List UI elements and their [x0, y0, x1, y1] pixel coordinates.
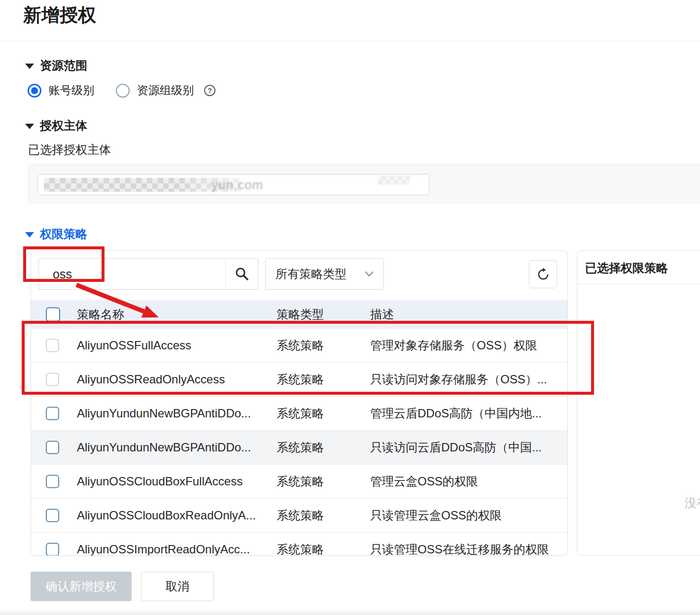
table-row[interactable]: AliyunOSSFullAccess 系统策略 管理对象存储服务（OSS）权限 — [31, 329, 567, 363]
title-divider — [0, 41, 700, 41]
policy-type-cell: 系统策略 — [277, 508, 324, 523]
policy-desc-cell: 管理对象存储服务（OSS）权限 — [370, 338, 537, 353]
policy-type-value: 所有策略类型 — [276, 266, 347, 282]
policy-type-cell: 系统策略 — [277, 474, 324, 489]
policy-type-cell: 系统策略 — [277, 406, 324, 421]
collapse-triangle-icon — [25, 124, 34, 129]
row-checkbox[interactable] — [46, 475, 59, 488]
table-row[interactable]: AliyunOSSCloudBoxReadOnlyA... 系统策略 只读管理云… — [31, 499, 567, 533]
collapse-triangle-icon — [25, 232, 34, 238]
policy-table-panel: 所有策略类型 策略名称 策略类型 描述 AliyunOSSFullAccess … — [31, 250, 568, 556]
policy-label: 权限策略 — [40, 226, 87, 242]
row-checkbox[interactable] — [46, 373, 59, 386]
policy-desc-cell: 只读访问云盾DDoS高防（中国... — [370, 440, 542, 455]
row-checkbox[interactable] — [46, 441, 59, 454]
policy-desc-cell: 管理云盒OSS的权限 — [370, 474, 478, 489]
policy-rows: AliyunOSSFullAccess 系统策略 管理对象存储服务（OSS）权限… — [31, 329, 567, 556]
policy-type-cell: 系统策略 — [277, 338, 324, 353]
refresh-button[interactable] — [529, 260, 557, 288]
selected-policies-title: 已选择权限策略 — [585, 260, 668, 276]
policy-name-cell: AliyunYundunNewBGPAntiDDo... — [77, 407, 251, 420]
table-header: 策略名称 策略类型 描述 — [31, 300, 567, 329]
radio-selected-icon[interactable] — [28, 84, 41, 98]
refresh-icon — [536, 267, 551, 282]
principal-label: 授权主体 — [40, 118, 87, 134]
redacted-principal-mosaic-small — [378, 176, 410, 185]
table-row[interactable]: AliyunOSSImportReadOnlyAcc... 系统策略 只读管理O… — [31, 533, 567, 556]
policy-name-cell: AliyunOSSCloudBoxReadOnlyA... — [77, 509, 256, 522]
selected-policies-empty-text: 没有数据 — [685, 495, 700, 511]
add-authorization-dialog: 新增授权 资源范围 账号级别 资源组级别 ? 授权主体 已选择授权主体 yun.… — [0, 0, 700, 615]
select-all-checkbox[interactable] — [46, 307, 60, 321]
principal-value-field[interactable]: yun.com — [37, 174, 429, 195]
policy-section-header[interactable]: 权限策略 — [25, 226, 87, 242]
page-title: 新增授权 — [23, 3, 96, 28]
selected-policies-panel: 已选择权限策略 没有数据 — [577, 250, 700, 556]
table-row[interactable]: AliyunYundunNewBGPAntiDDo... 系统策略 只读访问云盾… — [31, 431, 567, 465]
policy-search-input[interactable] — [39, 259, 225, 289]
footer-shadow — [0, 608, 700, 615]
row-checkbox[interactable] — [46, 339, 59, 352]
policy-desc-cell: 只读管理OSS在线迁移服务的权限 — [370, 542, 549, 556]
radio-account-level-label: 账号级别 — [49, 83, 94, 98]
redacted-principal-remnant: yun.com — [211, 177, 263, 193]
chevron-down-icon — [363, 268, 375, 280]
policy-search — [38, 258, 258, 290]
header-policy-name: 策略名称 — [77, 307, 124, 322]
selected-principal-container: yun.com — [28, 164, 700, 204]
row-checkbox[interactable] — [46, 407, 59, 420]
policy-name-cell: AliyunOSSFullAccess — [77, 339, 191, 352]
table-row[interactable]: AliyunOSSReadOnlyAccess 系统策略 只读访问对象存储服务（… — [31, 363, 567, 397]
collapse-triangle-icon — [25, 64, 34, 69]
principal-section-header[interactable]: 授权主体 — [25, 118, 87, 134]
search-button[interactable] — [225, 259, 258, 289]
policy-desc-cell: 管理云盾DDoS高防（中国内地... — [370, 406, 542, 421]
policy-name-cell: AliyunOSSImportReadOnlyAcc... — [77, 543, 250, 556]
radio-resource-group-level[interactable]: 资源组级别 ? — [116, 83, 215, 98]
selected-policies-divider — [577, 284, 700, 284]
header-policy-type: 策略类型 — [277, 307, 324, 322]
policy-desc-cell: 只读访问对象存储服务（OSS）... — [370, 372, 547, 387]
policy-type-cell: 系统策略 — [277, 372, 324, 387]
table-row[interactable]: AliyunOSSCloudBoxFullAccess 系统策略 管理云盒OSS… — [31, 465, 567, 499]
row-checkbox[interactable] — [46, 509, 59, 522]
policy-type-cell: 系统策略 — [277, 440, 324, 455]
radio-resource-group-label: 资源组级别 — [137, 83, 194, 98]
radio-account-level[interactable]: 账号级别 — [28, 83, 94, 98]
policy-name-cell: AliyunOSSCloudBoxFullAccess — [77, 475, 243, 488]
resource-scope-section-header[interactable]: 资源范围 — [25, 58, 87, 73]
table-row[interactable]: AliyunYundunNewBGPAntiDDo... 系统策略 管理云盾DD… — [31, 397, 567, 431]
cancel-button[interactable]: 取消 — [141, 572, 214, 601]
header-policy-desc: 描述 — [370, 307, 394, 322]
search-icon — [234, 266, 250, 282]
selected-principal-label: 已选择授权主体 — [28, 142, 111, 158]
resource-scope-label: 资源范围 — [40, 58, 87, 73]
help-icon[interactable]: ? — [204, 85, 215, 96]
policy-type-cell: 系统策略 — [277, 542, 324, 556]
policy-name-cell: AliyunYundunNewBGPAntiDDo... — [77, 441, 251, 454]
policy-type-select[interactable]: 所有策略类型 — [265, 258, 384, 290]
policy-desc-cell: 只读管理云盒OSS的权限 — [370, 508, 502, 523]
policy-name-cell: AliyunOSSReadOnlyAccess — [77, 373, 225, 386]
confirm-button[interactable]: 确认新增授权 — [31, 572, 132, 601]
radio-unselected-icon[interactable] — [116, 84, 130, 98]
row-checkbox[interactable] — [46, 543, 59, 556]
